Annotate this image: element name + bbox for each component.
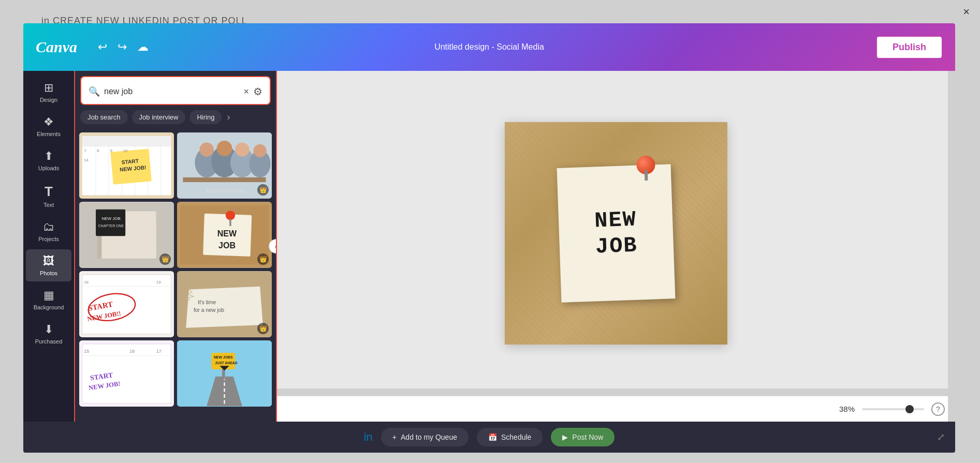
search-bar-container: 🔍 × ⚙ — [80, 76, 271, 105]
list-item[interactable]: NEW JOB 👑 — [177, 202, 272, 268]
svg-text:It's time: It's time — [198, 300, 216, 305]
horizontal-scrollbar[interactable] — [277, 389, 955, 396]
svg-text:16: 16 — [129, 349, 135, 354]
post-now-button[interactable]: ▶ Post Now — [551, 428, 615, 446]
svg-text:CHAPTER ONE: CHAPTER ONE — [98, 224, 124, 228]
sidebar-item-text[interactable]: T Text — [26, 178, 71, 213]
zoom-slider[interactable] — [862, 408, 924, 410]
linkedin-icon: in — [364, 430, 373, 444]
filter-icon[interactable]: ⚙ — [253, 85, 262, 98]
sidebar-item-elements[interactable]: ❖ Elements — [26, 110, 71, 142]
svg-text:NEW JOBS: NEW JOBS — [214, 356, 233, 360]
premium-badge: 👑 — [257, 184, 269, 196]
svg-point-24 — [235, 142, 249, 156]
undo-button[interactable]: ↩ — [93, 37, 112, 57]
list-item[interactable]: START NEW JOB!! 18 19 — [79, 271, 174, 337]
pushpin-body — [645, 170, 648, 181]
background-icon: ▦ — [43, 289, 54, 302]
queue-icon: + — [392, 433, 397, 441]
cloud-save-button[interactable]: ☁ — [132, 37, 154, 57]
svg-text:JOB: JOB — [218, 241, 236, 250]
sidebar-item-projects[interactable]: 🗂 Projects — [26, 215, 71, 247]
list-item[interactable]: 15 16 17 START NEW JOB! — [79, 340, 174, 407]
svg-rect-2 — [82, 136, 171, 147]
expand-icon[interactable]: ⤢ — [937, 431, 945, 443]
redo-button[interactable]: ↪ — [112, 37, 132, 57]
outer-window: in CREATE NEW LINKEDIN POST OR POLL × Ca… — [0, 0, 980, 463]
design-title: Untitled design - Social Media — [434, 42, 544, 52]
canva-window: Canva ↩ ↪ ☁ Untitled design - Social Med… — [23, 23, 955, 453]
list-item[interactable]: NEW JOBS JUST AHEAD — [177, 340, 272, 407]
sidebar-icons: ⊞ Design ❖ Elements ⬆ Uploads T Text 🗂 — [23, 71, 75, 422]
zoom-label: 38% — [839, 405, 855, 413]
projects-icon: 🗂 — [43, 220, 54, 234]
sidebar-item-background[interactable]: ▦ Background — [26, 283, 71, 316]
corkboard-background: NEW JOB — [505, 122, 727, 345]
purchased-icon: ⬇ — [44, 323, 53, 336]
elements-icon: ❖ — [43, 115, 54, 129]
svg-text:8: 8 — [97, 148, 99, 153]
svg-text:15: 15 — [84, 349, 89, 354]
canvas-area: NEW JOB 38% ? — [277, 71, 955, 422]
svg-text:18: 18 — [84, 280, 89, 285]
search-icon: 🔍 — [89, 86, 100, 97]
svg-point-25 — [254, 144, 267, 157]
image-grid: START NEW JOB! 7 8 9 10 14 — [75, 130, 276, 422]
publish-button[interactable]: Publish — [876, 36, 943, 59]
close-icon[interactable]: × — [963, 5, 970, 19]
canvas-content: NEW JOB — [277, 71, 955, 396]
canva-body: ⊞ Design ❖ Elements ⬆ Uploads T Text 🗂 — [23, 71, 955, 422]
svg-point-22 — [199, 142, 213, 156]
tags-more-button[interactable]: › — [227, 112, 230, 123]
svg-text:10: 10 — [123, 148, 128, 153]
text-icon: T — [45, 184, 53, 200]
tag-chips: Job search Job interview Hiring › — [75, 110, 276, 130]
bottom-bar: in + Add to my Queue 📅 Schedule ▶ Post N… — [23, 422, 955, 453]
sidebar-item-uploads[interactable]: ⬆ Uploads — [26, 144, 71, 176]
note-text: NEW JOB — [594, 206, 638, 260]
svg-point-23 — [217, 141, 232, 156]
photos-icon: 🖼 — [43, 255, 54, 268]
uploads-icon: ⬆ — [44, 150, 53, 163]
svg-text:14: 14 — [84, 158, 89, 162]
pushpin — [636, 155, 655, 174]
svg-text:9: 9 — [110, 148, 112, 153]
svg-text:NEW JOB: NEW JOB — [101, 217, 120, 221]
add-to-queue-button[interactable]: + Add to my Queue — [381, 428, 469, 446]
tag-job-interview[interactable]: Job interview — [132, 110, 186, 124]
clear-search-button[interactable]: × — [243, 86, 249, 97]
svg-text:for a new job: for a new job — [194, 307, 224, 313]
svg-point-38 — [226, 211, 235, 220]
search-input[interactable] — [104, 87, 239, 96]
sidebar-item-photos[interactable]: 🖼 Photos — [26, 249, 71, 281]
svg-text:7: 7 — [84, 148, 86, 153]
svg-text:19: 19 — [156, 280, 161, 285]
help-button[interactable]: ? — [931, 402, 945, 416]
sidebar-item-design[interactable]: ⊞ Design — [26, 76, 71, 108]
list-item[interactable]: START NEW JOB! 7 8 9 10 14 — [79, 132, 174, 199]
canva-logo: Canva — [36, 38, 77, 56]
svg-rect-31 — [96, 210, 125, 236]
zoom-thumb — [905, 405, 914, 413]
search-panel: 🔍 × ⚙ Job search Job interview Hiring — [75, 71, 277, 422]
svg-text:Business meeting: Business meeting — [207, 188, 244, 193]
svg-text:17: 17 — [156, 349, 162, 354]
svg-text:JUST AHEAD: JUST AHEAD — [215, 361, 238, 365]
list-item[interactable]: NEW JOB CHAPTER ONE 👑 — [79, 202, 174, 268]
tag-job-search[interactable]: Job search — [80, 110, 128, 124]
sidebar-item-purchased[interactable]: ⬇ Purchased — [26, 318, 71, 350]
post-icon: ▶ — [562, 433, 568, 441]
svg-text:NEW: NEW — [217, 230, 237, 238]
canva-header: Canva ↩ ↪ ☁ Untitled design - Social Med… — [23, 23, 955, 71]
design-icon: ⊞ — [44, 81, 53, 95]
vertical-scrollbar[interactable] — [948, 71, 955, 422]
canvas-design[interactable]: NEW JOB — [505, 122, 727, 345]
svg-rect-26 — [183, 177, 266, 182]
tag-hiring[interactable]: Hiring — [189, 110, 222, 124]
canvas-footer: 38% ? — [277, 396, 955, 422]
list-item[interactable]: It's time for a new job 👑 — [177, 271, 272, 337]
schedule-button[interactable]: 📅 Schedule — [477, 428, 543, 446]
list-item[interactable]: Business meeting 👑 — [177, 132, 272, 199]
schedule-icon: 📅 — [488, 433, 497, 441]
sticky-note: NEW JOB — [557, 164, 676, 303]
